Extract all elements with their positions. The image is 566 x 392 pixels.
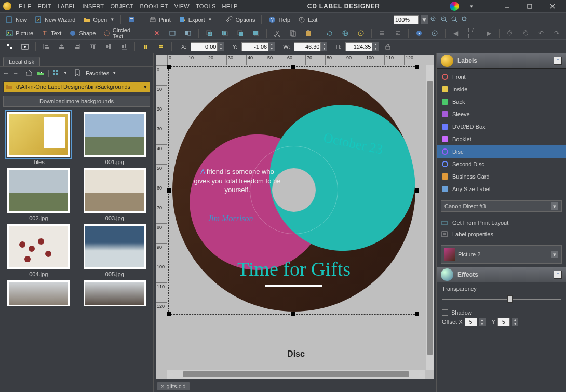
al2[interactable] <box>56 42 68 52</box>
palette-dropdown-icon[interactable]: ▼ <box>469 4 474 9</box>
zoom-out-icon[interactable] <box>440 16 449 24</box>
path-dropdown-icon[interactable]: ▾ <box>141 84 150 90</box>
x-spin[interactable]: ▲▼ <box>218 42 224 51</box>
palette-icon[interactable] <box>450 2 459 11</box>
layer-back-button[interactable] <box>250 28 262 38</box>
label-properties-button[interactable]: Label properties <box>441 228 562 240</box>
insert-text-button[interactable]: TText <box>38 28 63 38</box>
web-button[interactable] <box>339 28 352 38</box>
resize-handle[interactable] <box>415 65 419 69</box>
get-from-print-layout-button[interactable]: Get From Print Layout <box>441 217 562 228</box>
vertical-scrollbar[interactable]: ▲▼ <box>426 65 434 370</box>
resize-handle[interactable] <box>167 312 171 316</box>
label-item-business-card[interactable]: Business Card <box>437 170 566 183</box>
collapse-icon[interactable]: ˄ <box>554 271 562 279</box>
label-item-booklet[interactable]: Booklet <box>437 133 566 145</box>
thumb-item[interactable]: 002.jpg <box>3 168 74 221</box>
paste-button[interactable] <box>302 28 315 38</box>
menu-file[interactable]: FILE <box>19 3 31 9</box>
h-spin[interactable]: ▲▼ <box>372 42 379 51</box>
media2-button[interactable] <box>428 28 441 38</box>
insert-picture-button[interactable]: Picture <box>3 28 35 38</box>
favorites-label[interactable]: Favorites <box>86 70 109 76</box>
menu-view[interactable]: VIEW <box>174 3 190 9</box>
copy-button[interactable] <box>287 28 299 38</box>
offsetx-input[interactable] <box>465 318 477 326</box>
resize-handle[interactable] <box>167 65 171 69</box>
page-prev-button[interactable]: ◀ <box>450 28 462 38</box>
chevron-down-icon[interactable]: ▼ <box>112 71 116 75</box>
list-button[interactable] <box>376 28 388 38</box>
zoom-100-icon[interactable] <box>461 16 469 24</box>
redo2-button[interactable]: ↷ <box>550 28 563 38</box>
thumb-item[interactable]: 001.jpg <box>79 112 151 165</box>
options-button[interactable]: Options <box>223 15 258 25</box>
insert-shape-button[interactable]: Shape <box>66 28 98 38</box>
thumb-item[interactable] <box>79 280 151 306</box>
cd-button[interactable] <box>355 28 367 38</box>
menu-booklet[interactable]: BOOKLET <box>140 3 168 9</box>
undo2-button[interactable]: ↶ <box>535 28 547 38</box>
menu-edit[interactable]: EDIT <box>37 3 51 9</box>
disc-label[interactable]: October 23 A friend is someone who gives… <box>172 69 415 312</box>
layer-forward-button[interactable] <box>219 28 231 38</box>
file-tab[interactable]: ×gifts.cld <box>157 382 190 390</box>
al3[interactable] <box>71 42 84 52</box>
thumb-item[interactable]: 005.jpg <box>79 224 151 277</box>
effects-panel-header[interactable]: Effects ˄ <box>437 267 566 282</box>
nav-forward-button[interactable]: → <box>12 70 19 77</box>
thumb-item[interactable]: Tiles <box>3 112 74 165</box>
minimize-button[interactable] <box>496 1 517 11</box>
menu-help[interactable]: HELP <box>222 3 238 9</box>
disc-quote-text[interactable]: A friend is someone who gives you total … <box>193 167 281 195</box>
refresh-button[interactable] <box>324 28 336 38</box>
new-wizard-button[interactable]: New Wizard <box>32 15 77 25</box>
open-button[interactable]: Open▼ <box>80 15 116 25</box>
save-button[interactable] <box>125 15 138 25</box>
al6[interactable] <box>118 42 130 52</box>
close-button[interactable] <box>542 1 563 11</box>
al1[interactable] <box>40 42 52 52</box>
maximize-button[interactable] <box>519 1 540 11</box>
transparency-slider[interactable] <box>442 294 561 304</box>
resize-handle[interactable] <box>291 312 295 316</box>
label-item-dvd-bd-box[interactable]: DVD/BD Box <box>437 120 566 133</box>
thumb-item[interactable]: 003.jpg <box>79 168 151 221</box>
zoom-in-icon[interactable] <box>430 16 438 24</box>
tab-local-disk[interactable]: Local disk <box>3 57 40 66</box>
label-item-disc[interactable]: Disc <box>437 145 566 158</box>
flip-button[interactable] <box>182 28 194 38</box>
w-input[interactable] <box>294 42 321 51</box>
zoom-input[interactable] <box>394 15 419 24</box>
layer-backward-button[interactable] <box>234 28 247 38</box>
snap2-button[interactable] <box>19 42 31 52</box>
label-item-sleeve[interactable]: Sleeve <box>437 108 566 120</box>
card-button[interactable] <box>166 28 179 38</box>
resize-handle[interactable] <box>167 188 171 193</box>
offsety-input[interactable] <box>497 318 510 326</box>
y-input[interactable] <box>241 42 268 51</box>
media-button[interactable] <box>413 28 425 38</box>
path-input[interactable] <box>14 84 141 90</box>
page-next-button[interactable]: ▶ <box>482 28 495 38</box>
w-spin[interactable]: ▲▼ <box>321 42 327 51</box>
thumb-item[interactable] <box>3 280 74 306</box>
redo-button[interactable] <box>519 28 532 38</box>
al4[interactable] <box>87 42 99 52</box>
menu-object[interactable]: OBJECT <box>110 3 133 9</box>
cut-button[interactable] <box>271 28 284 38</box>
printer-dropdown[interactable]: Canon Direct #3▾ <box>441 200 562 212</box>
collapse-icon[interactable]: ˄ <box>554 57 562 65</box>
resize-handle[interactable] <box>415 188 419 193</box>
chevron-down-icon[interactable]: ▼ <box>63 71 68 75</box>
label-item-inside[interactable]: Inside <box>437 83 566 96</box>
labels-panel-header[interactable]: Labels ˄ <box>437 53 566 69</box>
close-tab-icon[interactable]: × <box>161 383 164 389</box>
lock-aspect-button[interactable] <box>382 42 394 52</box>
label-item-front[interactable]: Front <box>437 71 566 83</box>
export-button[interactable]: Export▼ <box>176 15 214 25</box>
menu-insert[interactable]: INSERT <box>82 3 104 9</box>
zoom-fit-icon[interactable] <box>451 16 459 24</box>
view-thumbs-icon[interactable] <box>52 69 60 77</box>
offsetx-spin[interactable]: ▲▼ <box>479 318 486 326</box>
